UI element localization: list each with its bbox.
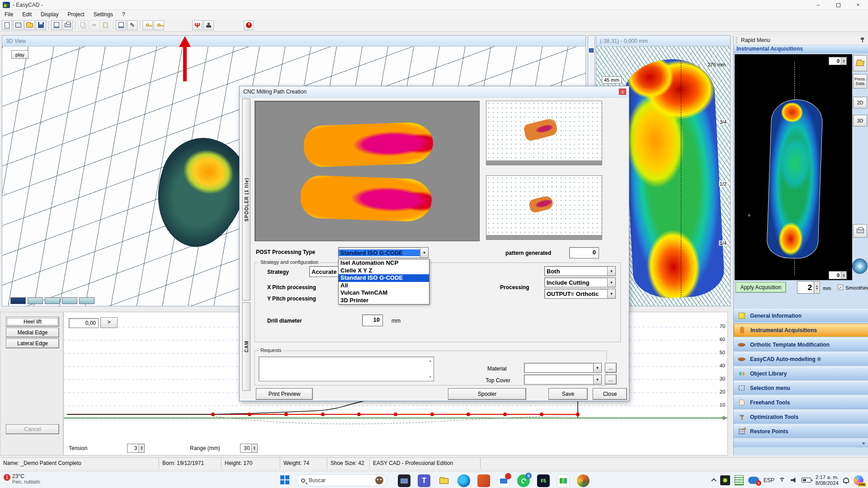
range-spinner[interactable]: ▲▼ (251, 444, 257, 452)
f5-app-icon[interactable]: F5 (537, 474, 550, 487)
foot-heatmap-right[interactable] (766, 99, 823, 259)
sidebar-item-general-information[interactable]: General Information (734, 309, 868, 322)
minimize-button[interactable]: – (808, 0, 828, 10)
print-acquisition-button[interactable] (853, 224, 867, 238)
post-processing-combo[interactable]: Standard ISO G-CODE ▼ (338, 247, 429, 258)
sidebar-item-easycad-auto-modelling[interactable]: EasyCAD Auto-modelling ® (734, 352, 868, 366)
dropdown-option[interactable]: 3D Printer (339, 297, 429, 305)
bottom-offset-spinner[interactable]: 0 ▲▼ (829, 271, 847, 279)
spooler-button[interactable]: Spooler (448, 388, 526, 400)
sidebar-more-bar[interactable]: » (734, 439, 868, 447)
offset-mm-spinner[interactable]: ▲▼ (814, 281, 820, 294)
maximize-button[interactable] (828, 0, 848, 10)
dropdown-option[interactable]: Cielle X Y Z (339, 267, 429, 275)
pattern-generated-field[interactable]: 0 (569, 247, 599, 258)
file-explorer-icon[interactable] (438, 474, 450, 487)
cancel-button[interactable]: Cancel (6, 424, 59, 434)
pin-icon[interactable] (860, 37, 864, 43)
battery-icon[interactable] (802, 478, 811, 483)
menu-display[interactable]: Display (36, 10, 63, 19)
top-offset-value[interactable]: 0 (829, 57, 841, 65)
dropdown-option[interactable]: All (339, 282, 429, 290)
teams-icon[interactable]: T (418, 474, 430, 487)
chevron-down-icon[interactable]: ▼ (607, 278, 615, 287)
sidebar-item-selection-menu[interactable]: Selection menu (734, 381, 868, 394)
sidebar-item-optimization-tools[interactable]: Optimization Tools (734, 410, 868, 423)
menu-edit[interactable]: Edit (18, 10, 36, 19)
processing-combo-1[interactable]: Both ▼ (544, 266, 616, 276)
close-dialog-button[interactable]: Close (593, 388, 627, 400)
tension-value[interactable]: 3 (127, 444, 138, 452)
dialog-close-button[interactable]: x (619, 89, 626, 95)
chevron-down-icon[interactable]: ▼ (593, 375, 601, 384)
save-icon[interactable] (36, 20, 46, 30)
tray-expand-icon[interactable] (711, 478, 716, 483)
top-offset-spinner[interactable]: 0 ▲▼ (829, 57, 847, 65)
view-2d-button[interactable]: 2D (853, 97, 867, 108)
material-browse-button[interactable]: ... (605, 363, 617, 373)
language-indicator[interactable]: ESP (764, 477, 774, 483)
menu-file[interactable]: File (0, 10, 18, 19)
mail-icon[interactable] (497, 474, 510, 487)
heel-lift-value-field[interactable]: 0,00 (69, 318, 99, 328)
tension-spinner[interactable]: ▲▼ (138, 444, 144, 452)
dropdown-option-selected[interactable]: Standard ISO G-CODE (339, 274, 429, 282)
print-preview-button[interactable]: Print Preview (256, 388, 313, 400)
dropdown-option[interactable]: Vulcan TwinCAM (339, 289, 429, 297)
spreadsheet-tray-icon[interactable] (735, 475, 744, 485)
view-thumbnail[interactable] (79, 297, 94, 304)
search-input[interactable]: Buscar (296, 474, 387, 486)
paste-icon[interactable] (100, 20, 111, 30)
milling-tool-icon[interactable]: Ψ (192, 20, 203, 30)
bottom-offset-value[interactable]: 0 (829, 271, 841, 279)
clock[interactable]: 2:17 a. m. 8/08/2024 (816, 474, 839, 486)
key-tool-2-icon[interactable] (154, 20, 164, 30)
scroll-up-icon[interactable]: ▲ (429, 359, 432, 363)
view-thumbnail[interactable] (28, 297, 43, 304)
office-icon[interactable] (477, 474, 490, 487)
smoothing-checkbox[interactable]: ✓ (838, 285, 843, 290)
acquisition-view[interactable]: + (735, 54, 852, 283)
spooler-stamp-icon[interactable] (203, 20, 214, 30)
sidebar-item-restore-points[interactable]: Restore Points (734, 425, 868, 438)
nvidia-icon[interactable] (720, 475, 730, 485)
sidebar-item-instrumental-acquisitions[interactable]: Instrumental Acquisitions (734, 324, 868, 337)
chevron-down-icon[interactable]: ▼ (593, 363, 601, 372)
heel-lift-apply-button[interactable]: > (100, 317, 118, 328)
sidebar-item-object-library[interactable]: Object Library (734, 367, 868, 380)
cut-icon[interactable]: ✂ (89, 20, 99, 30)
new-document-icon[interactable] (2, 20, 12, 30)
scroll-down-icon[interactable]: ▼ (429, 375, 432, 379)
range-value[interactable]: 30 (241, 444, 251, 452)
medial-edge-button[interactable]: Medial Edge (6, 328, 59, 338)
play-button[interactable]: play (11, 50, 28, 59)
press-data-button[interactable]: Press. Data (853, 74, 867, 89)
apply-acquisition-button[interactable]: Apply Acquisition (736, 282, 786, 293)
view-thumbnail[interactable] (45, 297, 60, 304)
volume-icon[interactable] (791, 478, 797, 483)
new-frame-icon[interactable] (13, 20, 24, 30)
pencil-tool-icon[interactable]: ✎ (127, 20, 137, 30)
cam-tab[interactable]: CAM (242, 302, 250, 391)
dropdown-option[interactable]: Isel Automation NCP (339, 259, 429, 267)
charts-app-icon[interactable] (557, 474, 570, 487)
menu-project[interactable]: Project (63, 10, 89, 19)
print-icon[interactable] (62, 20, 73, 30)
chevron-down-icon[interactable]: ▼ (420, 248, 428, 258)
menu-settings[interactable]: Settings (89, 10, 118, 19)
print-preview-icon[interactable] (51, 20, 61, 30)
report-icon[interactable] (116, 20, 126, 30)
grip-icon[interactable] (736, 37, 737, 43)
top-cover-browse-button[interactable]: ... (605, 375, 617, 385)
key-tool-icon[interactable] (142, 20, 153, 30)
media-app-icon[interactable] (577, 474, 590, 487)
drill-diameter-field[interactable]: 10 (362, 314, 383, 326)
onedrive-error-icon[interactable] (748, 477, 759, 484)
pan-navigation-icon[interactable]: ✛ (852, 258, 868, 274)
heel-lift-button[interactable]: Heel lift (6, 317, 59, 327)
material-combo[interactable]: ▼ (524, 363, 602, 373)
offset-mm-field[interactable]: 2 (797, 281, 814, 294)
requests-textarea[interactable]: ▲ ▼ (259, 357, 434, 381)
sidebar-item-freehand-tools[interactable]: Freehand Tools (734, 396, 868, 409)
chevron-down-icon[interactable]: ▼ (607, 289, 615, 298)
